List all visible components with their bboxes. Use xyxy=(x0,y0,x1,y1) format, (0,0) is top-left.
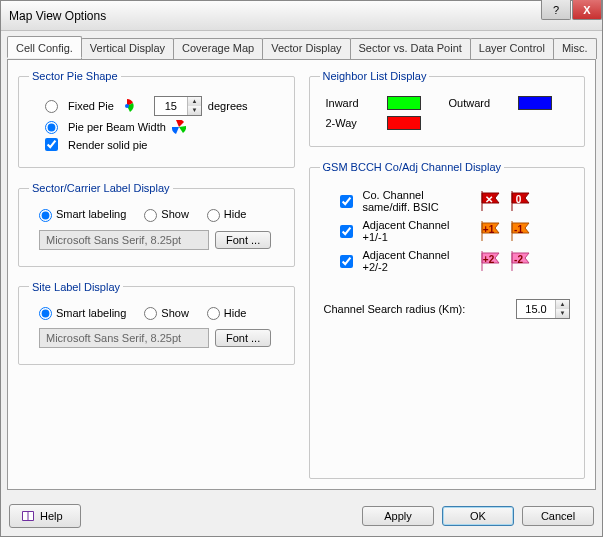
titlebar-close-button[interactable]: X xyxy=(572,0,602,20)
tab-vertical-display[interactable]: Vertical Display xyxy=(81,38,174,59)
titlebar: Map View Options ? X xyxy=(1,1,602,31)
spin-down-icon[interactable]: ▼ xyxy=(556,309,569,318)
sl-font-button[interactable]: Font ... xyxy=(215,329,271,347)
gsm-bcch-group: GSM BCCH Co/Adj Channel Display Co. Chan… xyxy=(309,161,586,479)
spin-up-icon[interactable]: ▲ xyxy=(556,300,569,309)
scl-show-radio[interactable] xyxy=(144,209,157,222)
spin-down-icon[interactable]: ▼ xyxy=(188,106,201,115)
tab-panel: Sector Pie Shape Fixed Pie ▲▼ degrees xyxy=(7,59,596,490)
neighbor-legend: Neighbor List Display xyxy=(320,70,430,82)
degrees-label: degrees xyxy=(208,100,248,112)
adj2-channel-label: Adjacent Channel +2/-2 xyxy=(363,249,473,273)
degrees-input[interactable] xyxy=(155,97,187,115)
neighbor-list-group: Neighbor List Display Inward Outward 2-W… xyxy=(309,70,586,147)
adj2-channel-checkbox[interactable] xyxy=(340,255,353,268)
dialog-window: Map View Options ? X Cell Config. Vertic… xyxy=(0,0,603,537)
sector-pie-shape-group: Sector Pie Shape Fixed Pie ▲▼ degrees xyxy=(18,70,295,168)
neighbor-2way-label: 2-Way xyxy=(326,117,375,129)
co-channel-checkbox[interactable] xyxy=(340,195,353,208)
sl-smart-radio[interactable] xyxy=(39,307,52,320)
sl-show-radio[interactable] xyxy=(144,307,157,320)
tab-vector-display[interactable]: Vector Display xyxy=(262,38,350,59)
render-solid-label: Render solid pie xyxy=(68,139,148,151)
sector-carrier-legend: Sector/Carrier Label Display xyxy=(29,182,173,194)
left-column: Sector Pie Shape Fixed Pie ▲▼ degrees xyxy=(18,70,295,479)
adj2-flag-2-icon: -2 xyxy=(509,251,533,271)
adj1-channel-label: Adjacent Channel +1/-1 xyxy=(363,219,473,243)
ok-button[interactable]: OK xyxy=(442,506,514,526)
tab-layer-control[interactable]: Layer Control xyxy=(470,38,554,59)
pie-per-beam-radio[interactable] xyxy=(45,121,58,134)
scl-hide-radio[interactable] xyxy=(207,209,220,222)
sector-carrier-label-group: Sector/Carrier Label Display Smart label… xyxy=(18,182,295,267)
site-label-group: Site Label Display Smart labeling Show H… xyxy=(18,281,295,366)
window-title: Map View Options xyxy=(9,9,106,23)
spin-up-icon[interactable]: ▲ xyxy=(188,97,201,106)
fixed-pie-radio[interactable] xyxy=(45,100,58,113)
tab-misc[interactable]: Misc. xyxy=(553,38,597,59)
co-channel-label: Co. Channel same/diff. BSIC xyxy=(363,189,473,213)
co-flag-1-icon: ✕ xyxy=(479,191,503,211)
sl-hide-radio[interactable] xyxy=(207,307,220,320)
beam-pie-icon xyxy=(172,120,186,134)
book-icon xyxy=(20,508,36,524)
help-button[interactable]: Help xyxy=(9,504,81,528)
co-flag-2-icon: 0 xyxy=(509,191,533,211)
titlebar-help-button[interactable]: ? xyxy=(541,0,571,20)
sl-font-display: Microsoft Sans Serif, 8.25pt xyxy=(39,328,209,348)
render-solid-checkbox[interactable] xyxy=(45,138,58,151)
degrees-spinner[interactable]: ▲▼ xyxy=(154,96,202,116)
sector-pie-legend: Sector Pie Shape xyxy=(29,70,121,82)
scl-font-display: Microsoft Sans Serif, 8.25pt xyxy=(39,230,209,250)
content-area: Cell Config. Vertical Display Coverage M… xyxy=(1,31,602,496)
adj1-flag-1-icon: +1 xyxy=(479,221,503,241)
neighbor-inward-swatch[interactable] xyxy=(387,96,421,110)
right-column: Neighbor List Display Inward Outward 2-W… xyxy=(309,70,586,479)
tab-sector-vs-datapoint[interactable]: Sector vs. Data Point xyxy=(350,38,471,59)
scl-font-button[interactable]: Font ... xyxy=(215,231,271,249)
search-radius-input[interactable] xyxy=(517,300,555,318)
pie-per-beam-label: Pie per Beam Width xyxy=(68,121,166,133)
svg-point-0 xyxy=(125,104,129,108)
tab-coverage-map[interactable]: Coverage Map xyxy=(173,38,263,59)
cancel-button[interactable]: Cancel xyxy=(522,506,594,526)
gsm-bcch-legend: GSM BCCH Co/Adj Channel Display xyxy=(320,161,505,173)
neighbor-2way-swatch[interactable] xyxy=(387,116,421,130)
site-label-legend: Site Label Display xyxy=(29,281,123,293)
fixed-pie-icon xyxy=(120,99,134,113)
adj1-channel-checkbox[interactable] xyxy=(340,225,353,238)
adj2-flag-1-icon: +2 xyxy=(479,251,503,271)
search-radius-label: Channel Search radius (Km): xyxy=(324,303,466,315)
fixed-pie-label: Fixed Pie xyxy=(68,100,114,112)
tabstrip: Cell Config. Vertical Display Coverage M… xyxy=(7,38,596,60)
scl-smart-radio[interactable] xyxy=(39,209,52,222)
neighbor-inward-label: Inward xyxy=(326,97,375,109)
search-radius-spinner[interactable]: ▲▼ xyxy=(516,299,570,319)
neighbor-outward-label: Outward xyxy=(448,97,506,109)
adj1-flag-2-icon: -1 xyxy=(509,221,533,241)
neighbor-outward-swatch[interactable] xyxy=(518,96,552,110)
apply-button[interactable]: Apply xyxy=(362,506,434,526)
tab-cell-config[interactable]: Cell Config. xyxy=(7,36,82,58)
dialog-footer: Help Apply OK Cancel xyxy=(1,496,602,536)
